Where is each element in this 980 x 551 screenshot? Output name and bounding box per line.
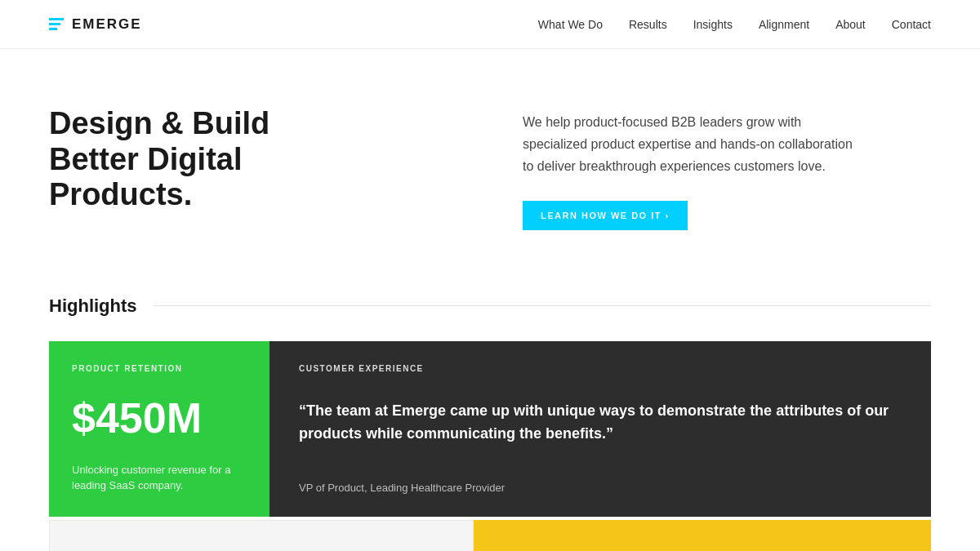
nav-item-alignment[interactable]: Alignment bbox=[759, 18, 809, 31]
card-customer-experience: CUSTOMER EXPERIENCE “The team at Emerge … bbox=[270, 341, 931, 517]
logo[interactable]: EMERGE bbox=[49, 16, 142, 33]
card-light-partial bbox=[49, 520, 474, 551]
highlights-divider bbox=[154, 305, 931, 306]
card-yellow-partial bbox=[474, 520, 931, 551]
hero-section: Design & Build Better Digital Products. … bbox=[0, 49, 980, 295]
nav-item-insights[interactable]: Insights bbox=[693, 18, 733, 31]
main-nav: What We Do Results Insights Alignment Ab… bbox=[538, 18, 931, 31]
hero-cta-button[interactable]: LEARN HOW WE DO IT › bbox=[523, 201, 688, 230]
card-stat: $450M bbox=[72, 397, 247, 439]
logo-icon bbox=[49, 18, 64, 30]
hero-left: Design & Build Better Digital Products. bbox=[49, 106, 457, 213]
hero-title: Design & Build Better Digital Products. bbox=[49, 106, 359, 213]
highlights-header: Highlights bbox=[49, 295, 931, 317]
highlights-title: Highlights bbox=[49, 295, 137, 317]
card-quote: “The team at Emerge came up with unique … bbox=[299, 389, 902, 457]
highlights-cards-row: PRODUCT RETENTION $450M Unlocking custom… bbox=[49, 341, 931, 517]
nav-item-contact[interactable]: Contact bbox=[892, 18, 931, 31]
card-category-experience: CUSTOMER EXPERIENCE bbox=[299, 364, 902, 373]
nav-item-results[interactable]: Results bbox=[629, 18, 667, 31]
site-header: EMERGE What We Do Results Insights Align… bbox=[0, 0, 980, 49]
nav-item-what-we-do[interactable]: What We Do bbox=[538, 18, 603, 31]
card-description-retention: Unlocking customer revenue for a leading… bbox=[72, 462, 247, 494]
card-category-retention: PRODUCT RETENTION bbox=[72, 364, 247, 373]
highlights-cards-row-bottom bbox=[49, 520, 931, 551]
hero-description: We help product-focused B2B leaders grow… bbox=[523, 111, 866, 178]
hero-right: We help product-focused B2B leaders grow… bbox=[523, 106, 931, 230]
nav-item-about[interactable]: About bbox=[835, 18, 866, 31]
logo-text: EMERGE bbox=[72, 16, 142, 33]
highlights-section: Highlights PRODUCT RETENTION $450M Unloc… bbox=[0, 295, 980, 551]
card-attribution: VP of Product, Leading Healthcare Provid… bbox=[299, 482, 902, 494]
card-product-retention: PRODUCT RETENTION $450M Unlocking custom… bbox=[49, 341, 270, 517]
